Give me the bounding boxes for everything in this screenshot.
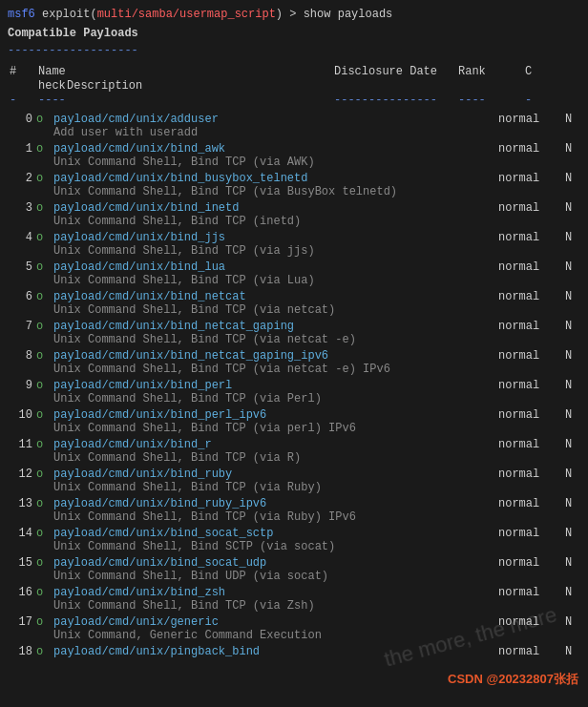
- payload-num: 14: [8, 527, 36, 540]
- payload-rank: normal: [498, 645, 565, 658]
- payload-mcheck: N: [565, 290, 580, 303]
- payload-num: 6: [8, 290, 36, 303]
- payload-path: payload/cmd/unix/bind_socat_sctp: [53, 527, 276, 540]
- payload-path: payload/cmd/unix/pingback_bind: [53, 645, 276, 658]
- table-row: 13opayload/cmd/unix/bind_ruby_ipv6normal…: [8, 497, 580, 510]
- table-row: 3opayload/cmd/unix/bind_inetdnormalN: [8, 201, 580, 215]
- payload-entry: 10opayload/cmd/unix/bind_perl_ipv6normal…: [8, 408, 580, 435]
- payload-num: 18: [8, 645, 36, 658]
- payload-path: payload/cmd/unix/bind_jjs: [53, 231, 276, 244]
- payload-rank: normal: [498, 586, 565, 599]
- col-num-header: #: [10, 65, 38, 78]
- section-underline: -------------------: [8, 44, 580, 57]
- table-row: 0opayload/cmd/unix/addusernormalN: [8, 113, 580, 126]
- payload-num: 1: [8, 142, 36, 156]
- table-underline-row: - ---- --------------- ---- -: [8, 94, 580, 107]
- prompt-exploit: exploit(: [42, 8, 97, 21]
- payload-mcheck: N: [565, 497, 580, 510]
- ul-date: ---------------: [334, 94, 458, 107]
- payload-mcheck: N: [565, 260, 580, 274]
- payload-mcheck: N: [565, 231, 580, 244]
- payload-desc: Unix Command Shell, Bind TCP (via R): [8, 451, 580, 465]
- payload-path: payload/cmd/unix/bind_ruby: [53, 468, 276, 481]
- payload-num: 16: [8, 586, 36, 599]
- payload-num: 7: [8, 320, 36, 333]
- payload-path: payload/cmd/unix/bind_awk: [53, 142, 276, 156]
- payload-path: payload/cmd/unix/bind_perl: [53, 379, 276, 392]
- ul-check: -: [525, 94, 563, 107]
- payload-mcheck: N: [565, 556, 580, 570]
- payload-desc: Unix Command Shell, Bind TCP (via Zsh): [8, 599, 580, 613]
- table-row: 6opayload/cmd/unix/bind_netcatnormalN: [8, 290, 580, 303]
- table-row: 8opayload/cmd/unix/bind_netcat_gaping_ip…: [8, 349, 580, 363]
- payload-num: 8: [8, 349, 36, 363]
- payload-rank: normal: [498, 142, 565, 156]
- payload-num: 13: [8, 497, 36, 510]
- payload-rank: normal: [498, 379, 565, 392]
- payload-desc: Unix Command Shell, Bind TCP (via Lua): [8, 274, 580, 287]
- table-row: 2opayload/cmd/unix/bind_busybox_telnetdn…: [8, 172, 580, 185]
- payload-entry: 5opayload/cmd/unix/bind_luanormalNUnix C…: [8, 260, 580, 287]
- payload-mcheck: N: [565, 172, 580, 185]
- payload-path: payload/cmd/unix/bind_zsh: [53, 586, 276, 599]
- payload-path: payload/cmd/unix/bind_lua: [53, 260, 276, 274]
- payload-mcheck: N: [565, 645, 580, 658]
- payload-entry: 7opayload/cmd/unix/bind_netcat_gapingnor…: [8, 320, 580, 346]
- payload-check: o: [36, 290, 50, 303]
- payload-check: o: [36, 201, 50, 215]
- prompt-module: multi/samba/usermap_script: [97, 8, 276, 21]
- payload-desc: Unix Command Shell, Bind TCP (inetd): [8, 215, 580, 228]
- table-row: 4opayload/cmd/unix/bind_jjsnormalN: [8, 231, 580, 244]
- table-row: 10opayload/cmd/unix/bind_perl_ipv6normal…: [8, 408, 580, 422]
- payload-check: o: [36, 172, 50, 185]
- payload-rank: normal: [498, 438, 565, 451]
- payload-num: 15: [8, 556, 36, 570]
- payload-rank: normal: [498, 556, 565, 570]
- col-date-header: Disclosure Date: [334, 65, 458, 78]
- payload-rank: normal: [498, 231, 565, 244]
- payload-entry: 6opayload/cmd/unix/bind_netcatnormalNUni…: [8, 290, 580, 317]
- col-desc-sub: Description: [67, 79, 578, 93]
- prompt-arrow: >: [283, 8, 304, 21]
- payload-rank: normal: [498, 527, 565, 540]
- payload-num: 10: [8, 408, 36, 422]
- payload-rank: normal: [498, 260, 565, 274]
- ul-rank: ----: [458, 94, 525, 107]
- table-row: 1opayload/cmd/unix/bind_awknormalN: [8, 142, 580, 156]
- table-header-row1: # Name Disclosure Date Rank C: [8, 65, 580, 78]
- payload-check: o: [36, 497, 50, 510]
- payload-path: payload/cmd/unix/bind_ruby_ipv6: [53, 497, 276, 510]
- table-row: 15opayload/cmd/unix/bind_socat_udpnormal…: [8, 556, 580, 570]
- payload-entry: 17opayload/cmd/unix/genericnormalNUnix C…: [8, 615, 580, 642]
- col-check-header: C: [525, 65, 563, 78]
- payload-rank: normal: [498, 408, 565, 422]
- payload-num: 5: [8, 260, 36, 274]
- payload-num: 12: [8, 468, 36, 481]
- payload-rank: normal: [498, 320, 565, 333]
- table-row: 18opayload/cmd/unix/pingback_bindnormalN: [8, 645, 580, 658]
- col-num-sub: [10, 79, 38, 93]
- payload-mcheck: N: [565, 438, 580, 451]
- section-title: Compatible Payloads: [8, 27, 580, 40]
- csdn-badge: CSDN @20232807张括: [448, 671, 578, 688]
- payload-path: payload/cmd/unix/bind_busybox_telnetd: [53, 172, 307, 185]
- payload-path: payload/cmd/unix/bind_perl_ipv6: [53, 408, 276, 422]
- payload-entry: 11opayload/cmd/unix/bind_rnormalNUnix Co…: [8, 438, 580, 465]
- payload-rank: normal: [498, 497, 565, 510]
- payload-desc: Unix Command Shell, Bind TCP (via Perl): [8, 392, 580, 405]
- payload-path: payload/cmd/unix/bind_netcat_gaping_ipv6: [53, 349, 328, 363]
- ul-num: -: [10, 94, 38, 107]
- payload-rank: normal: [498, 615, 565, 629]
- col-name-header: Name: [38, 65, 334, 78]
- payload-path: payload/cmd/unix/bind_inetd: [53, 201, 276, 215]
- payload-num: 2: [8, 172, 36, 185]
- payload-desc: Add user with useradd: [8, 126, 580, 139]
- payload-num: 3: [8, 201, 36, 215]
- payload-rank: normal: [498, 201, 565, 215]
- payload-list: 0opayload/cmd/unix/addusernormalNAdd use…: [8, 113, 580, 658]
- payload-entry: 1opayload/cmd/unix/bind_awknormalNUnix C…: [8, 142, 580, 169]
- table-row: 17opayload/cmd/unix/genericnormalN: [8, 615, 580, 629]
- payload-num: 4: [8, 231, 36, 244]
- prompt-msf: msf6: [8, 8, 35, 21]
- payload-mcheck: N: [565, 615, 580, 629]
